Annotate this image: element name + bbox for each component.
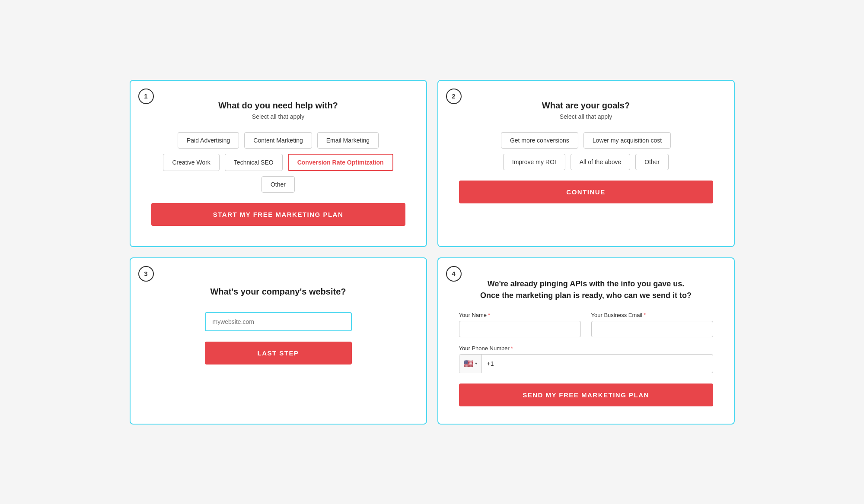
website-input[interactable] bbox=[205, 312, 352, 331]
name-input[interactable] bbox=[459, 321, 581, 337]
card-1-options-row1: Paid Advertising Content Marketing Email… bbox=[151, 132, 405, 149]
phone-row: 🇺🇸 ▾ bbox=[459, 354, 713, 373]
card-1-subtitle: Select all that apply bbox=[151, 113, 405, 120]
card-1: 1 What do you need help with? Select all… bbox=[130, 80, 427, 247]
card-2-title: What are your goals? bbox=[459, 101, 713, 111]
option-get-more-conversions[interactable]: Get more conversions bbox=[501, 132, 578, 149]
email-input[interactable] bbox=[591, 321, 713, 337]
name-label: Your Name* bbox=[459, 312, 581, 318]
card-3-title: What's your company's website? bbox=[210, 287, 346, 297]
start-free-plan-button[interactable]: START MY FREE MARKETING PLAN bbox=[151, 203, 405, 226]
option-improve-roi[interactable]: Improve my ROI bbox=[503, 154, 565, 170]
option-technical-seo[interactable]: Technical SEO bbox=[225, 154, 283, 171]
card-2-subtitle: Select all that apply bbox=[459, 113, 713, 120]
phone-group: Your Phone Number* 🇺🇸 ▾ bbox=[459, 345, 713, 373]
card-4-header-line1: We're already pinging APIs with the info… bbox=[488, 279, 684, 288]
option-conversion-rate[interactable]: Conversion Rate Optimization bbox=[288, 154, 393, 171]
chevron-down-icon: ▾ bbox=[475, 361, 477, 366]
card-4: 4 We're already pinging APIs with the in… bbox=[437, 257, 735, 425]
email-group: Your Business Email* bbox=[591, 312, 713, 337]
card-2-options-row1: Get more conversions Lower my acquisitio… bbox=[459, 132, 713, 149]
flag-emoji: 🇺🇸 bbox=[464, 359, 473, 368]
step-3-number: 3 bbox=[138, 266, 154, 282]
step-4-number: 4 bbox=[446, 266, 462, 282]
option-content-marketing[interactable]: Content Marketing bbox=[244, 132, 312, 149]
phone-label: Your Phone Number* bbox=[459, 345, 713, 352]
step-2-number: 2 bbox=[446, 89, 462, 104]
option-lower-acquisition-cost[interactable]: Lower my acquisition cost bbox=[583, 132, 671, 149]
card-2-options-row2: Improve my ROI All of the above Other bbox=[459, 154, 713, 170]
phone-input[interactable] bbox=[482, 356, 713, 371]
card-4-header-line2: Once the marketing plan is ready, who ca… bbox=[480, 291, 692, 300]
name-group: Your Name* bbox=[459, 312, 581, 337]
card-4-header: We're already pinging APIs with the info… bbox=[459, 278, 713, 301]
website-input-wrap bbox=[205, 312, 352, 331]
continue-button[interactable]: CONTINUE bbox=[459, 181, 713, 203]
card-1-options-row2: Creative Work Technical SEO Conversion R… bbox=[151, 154, 405, 171]
card-3-inner: What's your company's website? LAST STEP bbox=[151, 282, 405, 365]
last-step-button[interactable]: LAST STEP bbox=[205, 342, 352, 365]
option-all-of-above[interactable]: All of the above bbox=[571, 154, 631, 170]
option-email-marketing[interactable]: Email Marketing bbox=[317, 132, 379, 149]
phone-flag-selector[interactable]: 🇺🇸 ▾ bbox=[459, 355, 482, 373]
card-3: 3 What's your company's website? LAST ST… bbox=[130, 257, 427, 425]
option-paid-advertising[interactable]: Paid Advertising bbox=[178, 132, 239, 149]
card-1-options-row3: Other bbox=[151, 176, 405, 193]
card-2: 2 What are your goals? Select all that a… bbox=[437, 80, 735, 247]
option-other-1[interactable]: Other bbox=[261, 176, 295, 193]
email-label: Your Business Email* bbox=[591, 312, 713, 318]
step-1-number: 1 bbox=[138, 89, 154, 104]
main-grid: 1 What do you need help with? Select all… bbox=[130, 80, 735, 425]
option-other-2[interactable]: Other bbox=[635, 154, 669, 170]
option-creative-work[interactable]: Creative Work bbox=[163, 154, 219, 171]
send-plan-button[interactable]: SEND MY FREE MARKETING PLAN bbox=[459, 384, 713, 406]
card-1-title: What do you need help with? bbox=[151, 101, 405, 111]
card-4-name-email-row: Your Name* Your Business Email* bbox=[459, 312, 713, 337]
